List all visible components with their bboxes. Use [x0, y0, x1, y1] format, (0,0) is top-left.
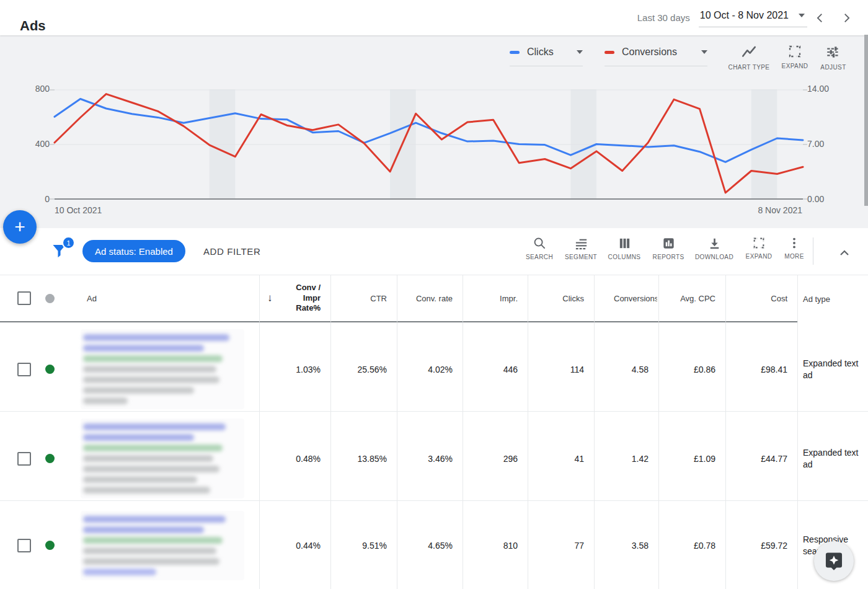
- filter-toolbar: 1 Ad status: Enabled ADD FILTER SEARCH S…: [0, 228, 868, 275]
- add-filter-button[interactable]: ADD FILTER: [203, 228, 260, 275]
- date-range-selector[interactable]: 10 Oct - 8 Nov 2021: [699, 9, 807, 27]
- ad-preview-cell[interactable]: [68, 412, 259, 505]
- blurred-ad-text-line: [83, 455, 213, 462]
- download-button[interactable]: DOWNLOAD: [694, 236, 735, 260]
- date-range-text: 10 Oct - 8 Nov 2021: [700, 10, 789, 21]
- cell-ctr: 13.85%: [330, 412, 397, 505]
- ads-overview-page: Ads Last 30 days 10 Oct - 8 Nov 2021 Cli…: [0, 0, 868, 589]
- ad-preview-cell[interactable]: [68, 322, 259, 416]
- column-header-cost[interactable]: Cost: [725, 275, 797, 323]
- metric-selector-clicks[interactable]: Clicks: [510, 46, 583, 66]
- search-button[interactable]: SEARCH: [519, 236, 560, 260]
- tune-sliders-icon: [825, 44, 841, 60]
- blurred-ad-text-line: [83, 366, 216, 373]
- header-status-cell[interactable]: [37, 275, 68, 323]
- cell-avg-cpc: £1.09: [658, 412, 725, 505]
- table-row: 0.44%9.51%4.65%810773.58£0.78£59.72Respo…: [0, 501, 868, 589]
- x-axis-end-label: 8 Nov 2021: [758, 205, 802, 215]
- timeseries-chart[interactable]: [50, 89, 807, 200]
- page-title: Ads: [20, 18, 46, 34]
- blurred-ad-text-line: [83, 558, 219, 565]
- blurred-ad-text-line: [83, 355, 223, 362]
- chart-type-button[interactable]: CHART TYPE: [726, 44, 772, 71]
- row-checkbox-cell: [0, 501, 37, 589]
- chart-type-label: CHART TYPE: [728, 64, 770, 71]
- clicks-legend-dash: [510, 51, 520, 54]
- row-checkbox[interactable]: [17, 452, 31, 466]
- status-enabled-dot[interactable]: [45, 454, 55, 463]
- column-header-ad[interactable]: Ad: [68, 275, 259, 323]
- column-header-ctr[interactable]: CTR: [330, 275, 397, 323]
- reports-button[interactable]: REPORTS: [648, 236, 689, 260]
- segment-button[interactable]: SEGMENT: [560, 236, 601, 260]
- cell-conversions: 3.58: [594, 501, 658, 589]
- row-status-cell: [37, 412, 68, 505]
- blurred-ad-preview: [81, 511, 244, 580]
- chevron-down-icon: [577, 50, 583, 54]
- ads-table-header: Ad ↓ Conv / Impr Rate% CTR Conv. rate Im…: [0, 275, 868, 323]
- right-axis-tick-7: 7.00: [807, 139, 824, 149]
- row-checkbox[interactable]: [17, 363, 31, 376]
- right-axis-tick-14: 14.00: [807, 84, 829, 94]
- add-ad-fab-button[interactable]: +: [3, 210, 37, 244]
- header-checkbox-cell: [0, 275, 37, 323]
- status-enabled-dot[interactable]: [45, 365, 55, 374]
- row-checkbox-cell: [0, 412, 37, 505]
- more-options-button[interactable]: MORE: [774, 236, 815, 260]
- adjust-chart-label: ADJUST: [820, 64, 846, 71]
- cell-conv-rate: 4.02%: [397, 322, 463, 416]
- vertical-scrollbar-thumb[interactable]: [864, 35, 868, 206]
- metric-selector-conversions[interactable]: Conversions: [604, 46, 707, 66]
- performance-chart-section: Clicks Conversions CHART TYPE EXPAND ADJ…: [0, 35, 868, 228]
- row-checkbox-cell: [0, 322, 37, 416]
- column-header-conv-impr-rate[interactable]: ↓ Conv / Impr Rate%: [259, 275, 330, 323]
- column-header-ad-type[interactable]: Ad type: [797, 275, 868, 323]
- conversions-series-line: [55, 94, 803, 193]
- next-period-button[interactable]: [833, 5, 859, 31]
- ad-preview-cell[interactable]: [68, 501, 259, 589]
- toolbar-divider: [813, 237, 813, 265]
- cell-conv-impr: 0.48%: [259, 412, 330, 505]
- cell-ctr: 25.56%: [330, 322, 397, 416]
- row-status-cell: [37, 501, 68, 589]
- chevron-right-icon: [839, 11, 853, 25]
- cell-avg-cpc: £0.86: [658, 322, 725, 416]
- blurred-ad-text-line: [83, 526, 204, 533]
- period-label: Last 30 days: [637, 12, 690, 23]
- blurred-ad-text-line: [83, 547, 216, 554]
- filter-chip-label: Ad status: Enabled: [95, 246, 173, 257]
- columns-button[interactable]: COLUMNS: [604, 236, 645, 260]
- previous-period-button[interactable]: [807, 5, 833, 31]
- row-checkbox[interactable]: [17, 539, 31, 552]
- conversions-legend-label: Conversions: [622, 46, 691, 58]
- cell-clicks: 77: [528, 501, 594, 589]
- cell-cost: £44.77: [725, 412, 797, 505]
- column-header-conv-rate[interactable]: Conv. rate: [397, 275, 463, 323]
- top-bar: Ads Last 30 days 10 Oct - 8 Nov 2021: [0, 0, 868, 35]
- cell-conv-impr: 1.03%: [259, 322, 330, 416]
- adjust-chart-button[interactable]: ADJUST: [810, 44, 856, 71]
- bar-chart-report-icon: [662, 236, 676, 250]
- column-header-clicks[interactable]: Clicks: [528, 275, 594, 323]
- status-filter-icon: [45, 294, 55, 303]
- column-header-avg-cpc[interactable]: Avg. CPC: [658, 275, 725, 323]
- blurred-ad-text-line: [83, 445, 223, 451]
- ad-status-filter-chip[interactable]: Ad status: Enabled: [82, 240, 185, 262]
- status-enabled-dot[interactable]: [45, 541, 55, 550]
- collapse-table-button[interactable]: [833, 242, 856, 264]
- assistant-button[interactable]: [814, 541, 854, 581]
- more-vertical-icon: [787, 236, 801, 250]
- column-header-conversions[interactable]: Conversions: [594, 275, 658, 323]
- table-row: 0.48%13.85%3.46%296411.42£1.09£44.77Expa…: [0, 412, 868, 501]
- sparkle-assistant-icon: [823, 550, 845, 572]
- cell-cost: £59.72: [725, 501, 797, 589]
- cell-ad-type: Expanded text ad: [797, 412, 868, 505]
- select-all-checkbox[interactable]: [17, 291, 31, 305]
- filter-count-badge: 1: [62, 236, 75, 249]
- blurred-ad-text-line: [83, 397, 128, 404]
- download-icon: [707, 236, 722, 250]
- line-chart-icon: [741, 44, 757, 60]
- column-header-impr[interactable]: Impr.: [463, 275, 528, 323]
- blurred-ad-text-line: [83, 376, 219, 383]
- conversions-legend-dash: [604, 51, 614, 54]
